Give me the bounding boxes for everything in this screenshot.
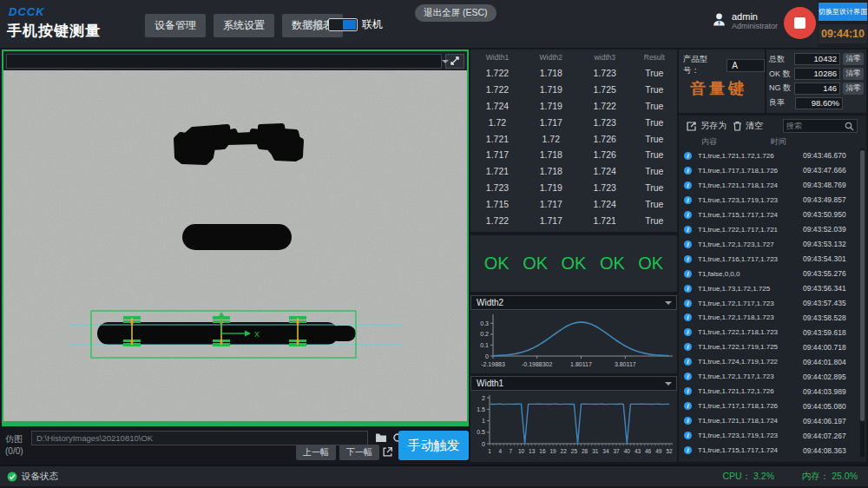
table-row[interactable]: 1.721.7171.723True bbox=[470, 114, 677, 130]
next-image-button[interactable]: 下一幅 bbox=[339, 445, 379, 460]
table-cell: 1.722 bbox=[578, 101, 632, 111]
log-content: T1,true,1.723,1.719,1.723 bbox=[698, 432, 803, 439]
log-row[interactable]: iT1,true,1.722,1.717,1.72109:43:52.039 bbox=[682, 222, 857, 237]
log-content: T1,true,1.715,1.717,1.724 bbox=[698, 211, 803, 219]
log-row[interactable]: iT1,true,1.717,1.718,1.72609:43:47.666 bbox=[682, 163, 857, 178]
ok-count-label: OK 数 bbox=[769, 69, 792, 80]
log-row[interactable]: iT1,true,1.722,1.718,1.72309:43:59.618 bbox=[682, 325, 857, 340]
table-cell: 1.724 bbox=[578, 166, 632, 176]
inspection-scene: X bbox=[3, 70, 467, 421]
info-icon: i bbox=[684, 343, 692, 351]
system-settings-button[interactable]: 系统设置 bbox=[214, 14, 274, 37]
svg-text:13: 13 bbox=[529, 448, 536, 454]
width1-trend-chart: 00.511.521471013161922252831343740434649… bbox=[470, 392, 675, 461]
log-time: 09:43:57.435 bbox=[803, 299, 857, 307]
camera-image[interactable]: X bbox=[3, 70, 467, 421]
user-info[interactable]: admin Administrator bbox=[712, 11, 778, 31]
stop-run-button[interactable] bbox=[784, 7, 816, 39]
device-management-button[interactable]: 设备管理 bbox=[145, 14, 206, 37]
svg-text:0.2: 0.2 bbox=[480, 331, 489, 337]
table-row[interactable]: 1.7231.7191.723True bbox=[470, 180, 677, 196]
table-row[interactable]: 1.7211.7181.724True bbox=[470, 163, 677, 180]
table-cell: 1.722 bbox=[470, 68, 524, 78]
log-content: T1,true,1.722,1.718,1.723 bbox=[698, 328, 803, 336]
log-row[interactable]: iT1,true,1.72,1.723,1.72709:43:53.132 bbox=[682, 237, 857, 252]
log-row[interactable]: iT1,true,1.72,1.718,1.72309:43:58.528 bbox=[682, 310, 857, 325]
width1-chart-select[interactable]: Width1 bbox=[470, 376, 677, 391]
exit-fullscreen-button[interactable]: 退出全屏 (ESC) bbox=[415, 4, 496, 22]
table-cell: True bbox=[632, 199, 677, 209]
log-time: 09:43:56.341 bbox=[803, 284, 857, 293]
ok-count-value: 10286 bbox=[794, 68, 840, 80]
log-row[interactable]: iT1,true,1.73,1.72,1.72509:43:56.341 bbox=[682, 281, 857, 296]
product-model-select[interactable]: A bbox=[727, 59, 765, 72]
table-cell: 1.724 bbox=[470, 101, 524, 111]
log-row[interactable]: iT1,true,1.72,1.717,1.72309:43:57.435 bbox=[682, 296, 857, 311]
info-icon: i bbox=[684, 402, 692, 410]
log-content: T1,true,1.72,1.723,1.727 bbox=[698, 241, 803, 248]
log-row[interactable]: iT1,true,1.72,1.717,1.72309:44:02.895 bbox=[682, 369, 857, 384]
log-content: T1,true,1.721,1.72,1.726 bbox=[698, 152, 803, 160]
log-content: T1,true,1.722,1.719,1.725 bbox=[698, 343, 803, 351]
stop-icon bbox=[794, 17, 806, 29]
table-row[interactable]: 1.7171.7181.726True bbox=[470, 147, 677, 163]
table-row[interactable]: 1.7151.7171.724True bbox=[470, 195, 677, 212]
log-row[interactable]: iT1,true,1.715,1.717,1.72409:44:08.363 bbox=[682, 443, 857, 458]
switch-design-button[interactable]: 切换至设计界面 bbox=[819, 3, 867, 21]
log-row[interactable]: iT1,true,1.721,1.72,1.72609:44:03.989 bbox=[682, 384, 857, 399]
table-row[interactable]: 1.7221.7181.723True bbox=[470, 65, 677, 82]
table-row[interactable]: 1.7241.7191.722True bbox=[470, 98, 677, 115]
table-row[interactable]: 1.7221.7191.725True bbox=[470, 82, 677, 98]
log-content: T1,true,1.721,1.718,1.724 bbox=[698, 417, 803, 425]
svg-text:-0.1988302: -0.1988302 bbox=[522, 361, 553, 367]
table-row[interactable]: 1.7221.7171.721True bbox=[470, 212, 677, 228]
log-row[interactable]: iT1,true,1.723,1.719,1.72309:44:07.267 bbox=[682, 428, 857, 443]
log-content: T1,true,1.724,1.719,1.722 bbox=[698, 358, 803, 366]
measured-key-nub bbox=[330, 326, 356, 341]
table-row[interactable]: 1.7211.721.726True bbox=[470, 130, 677, 147]
log-row[interactable]: iT1,true,1.717,1.718,1.72609:44:05.080 bbox=[682, 399, 857, 413]
product-model-row: 产品型号： A bbox=[679, 49, 765, 76]
log-time: 09:43:59.618 bbox=[803, 328, 857, 337]
table-cell: 1.722 bbox=[470, 84, 524, 95]
log-row[interactable]: iT1,true,1.722,1.719,1.72509:44:00.718 bbox=[682, 340, 857, 354]
ok-indicator: OK bbox=[523, 254, 548, 274]
manual-trigger-button[interactable]: 手动触发 bbox=[398, 431, 469, 460]
log-row[interactable]: iT1,false,0,0,009:43:55.276 bbox=[682, 267, 857, 281]
log-search-input[interactable] bbox=[784, 122, 845, 130]
log-row[interactable]: iT1,true,1.715,1.717,1.72409:43:50.950 bbox=[682, 208, 857, 222]
offline-label: 脱机 bbox=[303, 17, 324, 32]
prev-image-button[interactable]: 上一幅 bbox=[296, 445, 336, 460]
table-cell: 1.717 bbox=[524, 199, 578, 209]
log-row[interactable]: iT1,true,1.724,1.719,1.72209:44:01.804 bbox=[682, 354, 857, 369]
counters-panel: 总数 10432 清零 OK 数 10286 清零 NG 数 146 清零 良率… bbox=[766, 49, 866, 113]
log-row[interactable]: iT1,true,1.723,1.719,1.72309:43:49.857 bbox=[682, 193, 857, 208]
clear-ng-button[interactable]: 清零 bbox=[843, 82, 864, 95]
clear-log-button[interactable]: 清空 bbox=[733, 120, 763, 132]
info-icon: i bbox=[684, 313, 692, 321]
log-row[interactable]: iT1,true,1.721,1.718,1.72409:43:48.769 bbox=[682, 178, 857, 193]
log-time: 09:43:46.670 bbox=[803, 151, 857, 160]
log-scroll-thumb[interactable] bbox=[860, 150, 865, 421]
table-cell: 1.718 bbox=[524, 68, 578, 78]
browse-folder-button[interactable] bbox=[375, 432, 387, 445]
memory-usage: 内存： 25.0% bbox=[802, 471, 858, 483]
log-scrollbar[interactable] bbox=[860, 148, 865, 457]
save-as-icon bbox=[686, 121, 697, 132]
svg-text:25: 25 bbox=[571, 448, 578, 454]
open-external-button[interactable] bbox=[382, 446, 393, 460]
clear-ok-button[interactable]: 清零 bbox=[843, 68, 864, 80]
width2-chart-select[interactable]: Width2 bbox=[470, 295, 677, 310]
history-path-input[interactable] bbox=[31, 431, 368, 445]
log-row[interactable]: iT1,true,1.716,1.717,1.72309:43:54.301 bbox=[682, 252, 857, 267]
clock: 09:44:10 bbox=[819, 24, 867, 43]
online-toggle[interactable] bbox=[328, 18, 358, 31]
log-time: 09:43:53.132 bbox=[803, 240, 857, 248]
width1-chart-panel: Width1 00.511.52147101316192225283134374… bbox=[470, 376, 677, 462]
camera-source-select[interactable] bbox=[6, 54, 442, 69]
log-row[interactable]: iT1,true,1.721,1.72,1.72609:43:46.670 bbox=[682, 148, 857, 163]
clear-total-button[interactable]: 清零 bbox=[843, 53, 864, 65]
svg-text:31: 31 bbox=[592, 448, 599, 454]
save-as-button[interactable]: 另存为 bbox=[686, 120, 727, 132]
log-row[interactable]: iT1,true,1.721,1.718,1.72409:44:06.197 bbox=[682, 413, 857, 428]
